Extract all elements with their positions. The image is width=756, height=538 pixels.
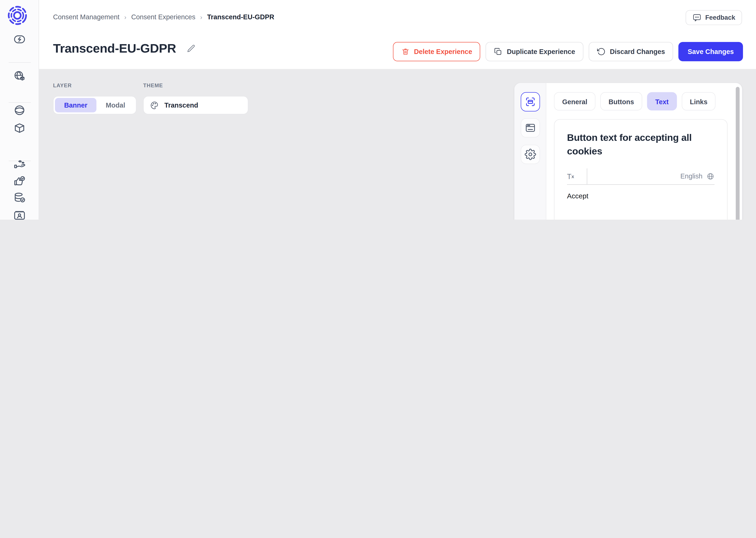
editor-tabs: General Buttons Text Links [554,92,716,111]
action-buttons: Delete Experience Duplicate Experience D… [393,42,743,61]
feedback-button[interactable]: Feedback [685,10,742,25]
panel-scrollbar[interactable] [736,87,740,220]
feedback-icon [692,13,701,22]
remove-translation-icon[interactable]: Tx [567,168,587,184]
feedback-label: Feedback [705,14,735,21]
discard-changes-button[interactable]: Discard Changes [589,42,673,61]
layer-option-banner[interactable]: Banner [55,98,96,112]
language-input-row[interactable]: Tx English [567,168,714,185]
database-check-icon[interactable] [13,191,26,204]
breadcrumb: Consent Management › Consent Experiences… [53,13,274,21]
layer-label: LAYER [53,82,72,88]
cube-icon[interactable] [13,122,26,134]
page-header: Consent Management › Consent Experiences… [39,0,756,69]
theme-value: Transcend [165,101,198,109]
breadcrumb-separator: › [200,13,202,21]
edit-title-icon[interactable] [187,44,196,53]
breadcrumb-consent-experiences[interactable]: Consent Experiences [131,13,195,21]
palette-icon [150,101,159,110]
bolt-badge-icon[interactable] [13,33,26,46]
breadcrumb-current: Transcend-EU-GDPR [207,13,274,21]
theme-select[interactable]: Transcend [143,96,248,114]
delete-experience-label: Delete Experience [414,48,472,55]
sidebar: Need help? [0,0,39,220]
text-value[interactable]: Accept [567,190,714,201]
layer-segmented-control: Banner Modal [53,96,136,114]
save-changes-label: Save Changes [688,48,734,55]
experience-editor-panel: General Buttons Text Links Button text f… [514,82,743,220]
breadcrumb-consent-management[interactable]: Consent Management [53,13,119,21]
globe-package-icon[interactable] [13,70,26,82]
globe-sphere-icon[interactable] [13,104,26,117]
duplicate-experience-button[interactable]: Duplicate Experience [486,42,583,61]
tab-links[interactable]: Links [682,92,716,111]
window-icon[interactable] [521,118,540,137]
layer-option-modal[interactable]: Modal [96,98,134,112]
globe-icon [706,172,715,181]
delete-experience-button[interactable]: Delete Experience [393,42,480,61]
breadcrumb-separator: › [124,13,126,21]
sidebar-divider [9,62,31,63]
sidebar-divider [9,102,31,103]
id-card-icon[interactable] [13,209,26,220]
language-value: English [681,172,702,180]
save-changes-button[interactable]: Save Changes [679,42,743,61]
theme-label: THEME [143,82,163,88]
app-window: Need help? Consent Management › Consent … [0,0,756,220]
editor-icon-strip [514,83,546,220]
tab-text[interactable]: Text [647,92,677,111]
tab-buttons[interactable]: Buttons [600,92,642,111]
discard-changes-label: Discard Changes [610,48,665,55]
settings-icon[interactable] [521,145,540,164]
hand-assets-icon[interactable] [13,158,26,171]
thumb-approval-icon[interactable] [13,175,26,188]
card-title: Button text for accepting all cookies [567,131,714,158]
tab-general[interactable]: General [554,92,595,111]
banner-frame-icon[interactable] [521,92,540,112]
page-title: Transcend-EU-GDPR [53,41,176,56]
duplicate-experience-label: Duplicate Experience [507,48,575,55]
text-card-accept-button: Button text for accepting all cookies Tx… [554,119,728,220]
transcend-logo-icon[interactable] [7,5,27,26]
